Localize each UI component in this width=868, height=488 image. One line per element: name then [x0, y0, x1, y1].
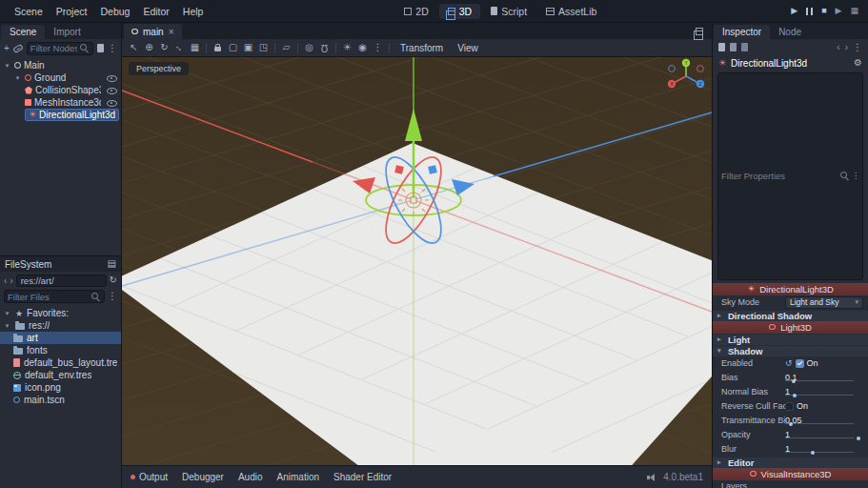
ungroup-node-icon[interactable]: ◳	[256, 43, 271, 52]
load-resource-icon[interactable]	[730, 43, 737, 51]
tab-inspector[interactable]: Inspector	[714, 25, 770, 39]
shadow-enabled-checkbox[interactable]	[796, 359, 804, 368]
nav-forward-icon[interactable]: ›	[10, 275, 12, 286]
box-select-tool-icon[interactable]: ▦	[188, 43, 202, 52]
history-forward-icon[interactable]: ›	[845, 42, 848, 52]
history-back-icon[interactable]: ‹	[837, 42, 839, 52]
workspace-2d-button[interactable]: 2D	[395, 4, 436, 19]
tab-scene[interactable]: Scene	[1, 25, 45, 39]
instance-scene-icon[interactable]	[12, 43, 24, 52]
transform-menu[interactable]: Transform	[394, 43, 450, 53]
expander-icon[interactable]: ▾	[3, 62, 11, 70]
menu-debug[interactable]: Debug	[93, 6, 136, 17]
close-tab-icon[interactable]: ×	[169, 27, 174, 37]
workspace-assetlib-button[interactable]: AssetLib	[537, 4, 605, 19]
play-scene-button[interactable]: ▶	[836, 7, 842, 15]
fs-row-icon-png[interactable]: icon.png	[0, 381, 121, 394]
reverse-cull-face-checkbox[interactable]	[785, 402, 794, 411]
stop-button[interactable]: ■	[821, 7, 826, 15]
expander-icon[interactable]: ▾	[13, 74, 22, 82]
filesystem-menu-icon[interactable]: ⋮	[108, 292, 117, 301]
scene-filter-input[interactable]: Filter Nodes	[27, 42, 93, 55]
tab-node[interactable]: Node	[770, 25, 810, 39]
section-light[interactable]: ▸ Light	[713, 334, 868, 345]
fs-row-default-bus-layout[interactable]: default_bus_layout.tres	[0, 356, 121, 369]
sky-mode-dropdown[interactable]: Light and Sky ▾	[785, 296, 863, 309]
3d-viewport[interactable]: Y X Z Perspective	[122, 57, 712, 465]
section-shadow[interactable]: ▾ Shadow	[713, 345, 868, 356]
visibility-eye-icon[interactable]	[107, 73, 117, 83]
fs-row-fonts[interactable]: fonts	[0, 344, 121, 356]
viewport-extra-menu-icon[interactable]: ⋮	[371, 43, 385, 52]
preview-sunlight-icon[interactable]: ☀	[340, 43, 354, 52]
menu-scene[interactable]: Scene	[8, 6, 50, 17]
movie-mode-button[interactable]: ▦	[851, 7, 859, 15]
expander-icon[interactable]: ▾	[3, 322, 11, 330]
expander-icon[interactable]: ▾	[3, 310, 11, 317]
section-editor[interactable]: ▸ Editor	[713, 457, 868, 468]
shader-editor-panel-button[interactable]: Shader Editor	[333, 472, 392, 482]
unlock-node-icon[interactable]: ▢	[226, 43, 240, 52]
tree-row-ground[interactable]: ▾ Ground	[0, 71, 121, 84]
attach-script-icon[interactable]	[97, 44, 104, 52]
lock-node-icon[interactable]	[211, 43, 225, 53]
menu-editor[interactable]: Editor	[136, 6, 175, 17]
output-panel-button[interactable]: Output	[131, 472, 168, 482]
file-filter-input[interactable]: Filter Files	[4, 290, 105, 303]
node-tools-icon[interactable]: ⚙	[854, 58, 862, 68]
transmittance-bias-spin-slider[interactable]: 0.05	[785, 416, 863, 425]
normal-bias-spin-slider[interactable]: 1	[785, 387, 863, 396]
tree-row-collisionshape3d[interactable]: CollisionShape3d	[0, 84, 121, 96]
fs-row-default-env[interactable]: default_env.tres	[0, 369, 121, 381]
menu-project[interactable]: Project	[50, 6, 94, 17]
property-filter-input[interactable]: Filter Properties ⋮	[717, 72, 863, 280]
visibility-eye-icon[interactable]	[107, 98, 117, 108]
workspace-3d-button[interactable]: 3D	[439, 4, 480, 19]
section-directional-shadow[interactable]: ▸ Directional Shadow	[713, 310, 868, 321]
fs-row-favorites[interactable]: ▾ ★ Favorites:	[0, 307, 121, 319]
bias-spin-slider[interactable]: 0.1	[785, 373, 863, 382]
debugger-panel-button[interactable]: Debugger	[182, 472, 224, 482]
tree-row-main[interactable]: ▾ Main	[0, 59, 121, 71]
inspector-menu-icon[interactable]: ⋮	[853, 43, 862, 52]
animation-panel-button[interactable]: Animation	[277, 472, 319, 482]
tab-import[interactable]: Import	[45, 25, 89, 39]
perspective-selector[interactable]: Perspective	[129, 62, 189, 75]
scene-tab-main[interactable]: main ×	[124, 24, 182, 39]
refresh-icon[interactable]: ↻	[110, 275, 117, 285]
ruler-tool-icon[interactable]: ▱	[279, 43, 293, 52]
add-node-button[interactable]: +	[4, 44, 10, 53]
current-path[interactable]: res://art/	[16, 274, 107, 287]
move-tool-icon[interactable]: ⊕	[142, 43, 156, 52]
scale-tool-icon[interactable]: ↔	[172, 39, 189, 56]
visibility-eye-icon[interactable]	[107, 86, 117, 95]
play-button[interactable]: ▶	[791, 7, 797, 15]
select-tool-icon[interactable]: ↖	[127, 43, 141, 52]
blur-spin-slider[interactable]: 1	[785, 444, 863, 454]
revert-property-icon[interactable]: ↺	[785, 358, 793, 368]
fs-row-main-tscn[interactable]: main.tscn	[0, 394, 121, 406]
dock-options-icon[interactable]: ▤	[108, 259, 116, 269]
tree-row-directionallight3d[interactable]: ☀ DirectionalLight3d	[0, 109, 121, 121]
audio-panel-button[interactable]: Audio	[238, 472, 263, 482]
group-node-icon[interactable]: ▣	[241, 43, 255, 52]
save-resource-icon[interactable]	[741, 43, 748, 51]
new-resource-icon[interactable]	[718, 43, 725, 51]
workspace-script-button[interactable]: Script	[482, 4, 535, 19]
menu-help[interactable]: Help	[176, 6, 211, 17]
rotate-tool-icon[interactable]: ↻	[157, 43, 172, 52]
opacity-spin-slider[interactable]: 1	[785, 430, 863, 439]
mute-speaker-icon[interactable]	[647, 473, 656, 481]
fs-row-art[interactable]: art	[0, 332, 121, 344]
tree-row-meshinstance3d[interactable]: MeshInstance3d	[0, 96, 121, 109]
nav-back-icon[interactable]: ‹	[4, 275, 7, 286]
fs-row-res-root[interactable]: ▾ res://	[0, 319, 121, 332]
view-menu[interactable]: View	[451, 43, 485, 53]
scene-tree-menu-icon[interactable]: ⋮	[108, 44, 117, 53]
expand-viewport-icon[interactable]	[696, 28, 703, 35]
filter-options-icon[interactable]: ⋮	[852, 173, 859, 180]
snap-magnet-icon[interactable]: Ω	[317, 43, 332, 52]
preview-environment-icon[interactable]: ◉	[355, 43, 370, 52]
pause-button[interactable]	[806, 8, 813, 15]
local-space-icon[interactable]: ◎	[302, 43, 316, 52]
